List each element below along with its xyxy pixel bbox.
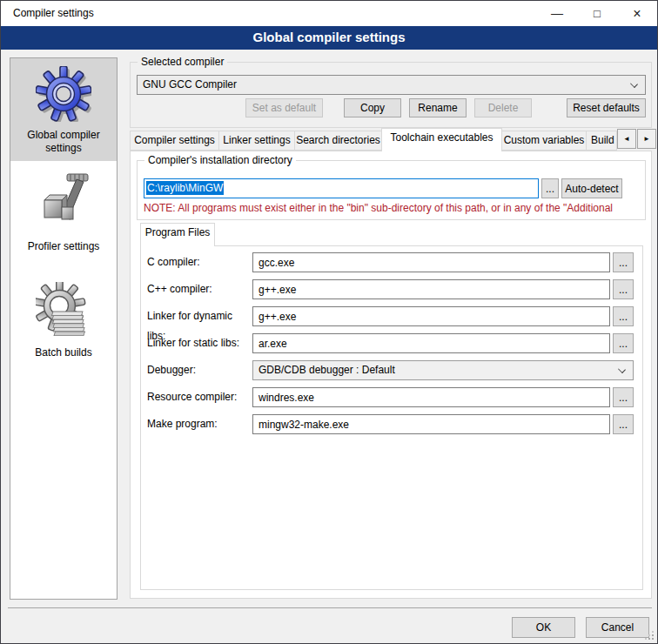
page-title: Global compiler settings bbox=[1, 26, 657, 50]
debugger-select[interactable]: GDB/CDB debugger : Default bbox=[252, 360, 634, 380]
tab-linker-settings[interactable]: Linker settings bbox=[218, 131, 295, 151]
selected-compiler-legend: Selected compiler bbox=[138, 56, 227, 69]
c-compiler-field-wrap bbox=[252, 252, 610, 272]
cpp-compiler-field-wrap bbox=[252, 279, 610, 299]
arrow-right-icon: ► bbox=[643, 135, 650, 143]
window-title: Compiler settings bbox=[13, 1, 94, 26]
resource-compiler-label: Resource compiler: bbox=[147, 387, 252, 407]
maximize-icon: □ bbox=[594, 7, 601, 20]
subtab-program-files[interactable]: Program Files bbox=[140, 223, 215, 246]
c-compiler-browse-button[interactable]: ... bbox=[613, 252, 634, 272]
tab-scroll-right-button[interactable]: ► bbox=[637, 129, 656, 149]
linker-static-field-wrap bbox=[252, 333, 610, 353]
minimize-icon: — bbox=[551, 6, 563, 20]
resource-compiler-browse-button[interactable]: ... bbox=[613, 387, 634, 407]
compiler-settings-window: Compiler settings — □ × Global compiler … bbox=[0, 0, 658, 644]
compiler-select[interactable]: GNU GCC Compiler bbox=[137, 75, 646, 95]
linker-static-label: Linker for static libs: bbox=[147, 333, 252, 353]
close-button[interactable]: × bbox=[617, 1, 657, 26]
tab-search-directories[interactable]: Search directories bbox=[294, 131, 382, 151]
sidebar-item-profiler-label[interactable]: Profiler settings bbox=[14, 240, 113, 253]
auto-detect-button[interactable]: Auto-detect bbox=[561, 178, 622, 198]
debugger-label: Debugger: bbox=[147, 360, 252, 380]
rename-button[interactable]: Rename bbox=[409, 98, 467, 117]
compiler-select-value: GNU GCC Compiler bbox=[143, 78, 237, 91]
settings-category-list: Global compiler settings Profiler settin… bbox=[10, 57, 118, 600]
gear-blue-icon[interactable] bbox=[36, 66, 91, 122]
selected-compiler-group: Selected compiler bbox=[130, 62, 652, 128]
tab-toolchain-executables[interactable]: Toolchain executables bbox=[381, 128, 502, 151]
c-compiler-label: C compiler: bbox=[147, 252, 252, 272]
linker-dynamic-input[interactable] bbox=[253, 307, 609, 325]
sidebar-item-batch-builds-label[interactable]: Batch builds bbox=[14, 346, 113, 359]
linker-static-input[interactable] bbox=[253, 334, 609, 352]
cpp-compiler-browse-button[interactable]: ... bbox=[613, 279, 634, 299]
make-program-field-wrap bbox=[252, 414, 610, 434]
minimize-button[interactable]: — bbox=[537, 1, 577, 26]
chevron-down-icon bbox=[618, 366, 626, 373]
ok-button[interactable]: OK bbox=[512, 617, 575, 638]
title-bar: Compiler settings — □ × bbox=[1, 1, 657, 26]
resource-compiler-field-wrap bbox=[252, 387, 610, 407]
tab-build-options[interactable]: Build options bbox=[586, 131, 617, 151]
make-program-browse-button[interactable]: ... bbox=[613, 414, 634, 434]
cpp-compiler-input[interactable] bbox=[253, 280, 609, 299]
tab-scroll-left-button[interactable]: ◄ bbox=[617, 129, 636, 149]
c-compiler-input[interactable] bbox=[253, 253, 609, 272]
tab-custom-variables[interactable]: Custom variables bbox=[501, 131, 587, 151]
chevron-down-icon bbox=[630, 80, 638, 88]
install-directory-legend: Compiler's installation directory bbox=[144, 154, 296, 167]
install-browse-button[interactable]: ... bbox=[541, 178, 559, 198]
debugger-select-value: GDB/CDB debugger : Default bbox=[258, 364, 395, 376]
install-directory-input[interactable]: C:\raylib\MinGW bbox=[144, 178, 539, 198]
make-program-label: Make program: bbox=[147, 414, 252, 434]
profiler-caliper-icon[interactable] bbox=[36, 169, 91, 225]
install-note: NOTE: All programs must exist either in … bbox=[144, 202, 643, 214]
linker-dynamic-field-wrap bbox=[252, 306, 610, 326]
resource-compiler-input[interactable] bbox=[253, 388, 609, 406]
install-directory-selected-text: C:\raylib\MinGW bbox=[146, 181, 224, 195]
maximize-button[interactable]: □ bbox=[577, 1, 617, 26]
linker-dynamic-browse-button[interactable]: ... bbox=[613, 306, 634, 326]
reset-defaults-button[interactable]: Reset defaults bbox=[567, 98, 646, 117]
close-icon: × bbox=[633, 6, 641, 21]
make-program-input[interactable] bbox=[253, 415, 609, 433]
sidebar-item-global-compiler-label[interactable]: Global compiler settings bbox=[14, 129, 113, 155]
cpp-compiler-label: C++ compiler: bbox=[147, 279, 252, 299]
footer-divider bbox=[8, 607, 652, 608]
linker-static-browse-button[interactable]: ... bbox=[613, 333, 634, 353]
arrow-left-icon: ◄ bbox=[623, 135, 630, 143]
resize-grip-icon[interactable] bbox=[644, 630, 655, 641]
delete-button[interactable]: Delete bbox=[474, 98, 532, 117]
copy-button[interactable]: Copy bbox=[344, 98, 401, 117]
set-as-default-button[interactable]: Set as default bbox=[245, 98, 323, 117]
tab-compiler-settings[interactable]: Compiler settings bbox=[130, 131, 219, 151]
batch-builds-gear-icon[interactable] bbox=[36, 282, 91, 338]
cancel-button[interactable]: Cancel bbox=[586, 617, 649, 638]
